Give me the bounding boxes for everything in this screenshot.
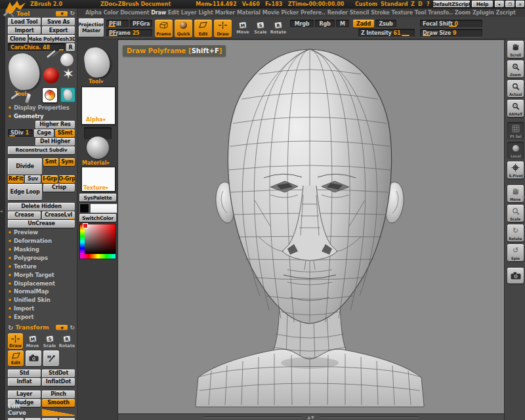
- pinch-brush-button[interactable]: Pinch: [42, 390, 75, 398]
- frame-mode-button[interactable]: Frame: [155, 20, 173, 37]
- hue-strip-vertical[interactable]: [80, 224, 85, 254]
- tray-toggle-arrows-icon[interactable]: ▲▼: [307, 415, 314, 419]
- menu-layer[interactable]: Layer: [181, 10, 197, 16]
- saturation-square[interactable]: [85, 224, 116, 254]
- current-tool-thumb[interactable]: [7, 51, 41, 92]
- sym-button[interactable]: Sym: [60, 158, 75, 166]
- scroll-button[interactable]: Scroll: [507, 41, 524, 58]
- unified-skin-section[interactable]: Unified Skin: [8, 296, 75, 304]
- import-section[interactable]: Import: [8, 304, 75, 313]
- rotate-gyro-button[interactable]: R Rotate: [270, 20, 286, 35]
- del-higher-button[interactable]: Del Higher: [35, 138, 75, 146]
- cage-button[interactable]: Cage: [34, 129, 54, 137]
- grabber-tool-thumb[interactable]: [42, 87, 58, 103]
- red-sphere-tool-thumb[interactable]: [43, 68, 59, 83]
- layer-brush-button[interactable]: Layer: [8, 390, 41, 398]
- uncrease-button[interactable]: UnCrease: [8, 220, 75, 228]
- tray-tool-flyout[interactable]: Tool▾: [89, 79, 103, 85]
- m-only-button[interactable]: M: [336, 20, 349, 28]
- menu-stencil[interactable]: Stencil: [350, 10, 369, 16]
- menu-color[interactable]: Color: [104, 10, 119, 16]
- hue-strip-horizontal[interactable]: [80, 254, 116, 259]
- suv-button[interactable]: Suv: [25, 175, 41, 183]
- rb-snapshot-button[interactable]: [507, 268, 524, 284]
- focal-shift-slider[interactable]: Focal Shift0: [420, 20, 482, 28]
- menu-texture[interactable]: Texture: [391, 10, 412, 16]
- palette-cycle-icon[interactable]: ↻: [70, 325, 75, 331]
- right-tray-handle-icon[interactable]: ◂: [522, 194, 524, 200]
- bottom-tray-divider[interactable]: ▲▼: [118, 413, 504, 420]
- sphere-tool-thumb[interactable]: [60, 53, 74, 66]
- inflatdot-brush-button[interactable]: InflatDot: [42, 378, 75, 386]
- clone-button[interactable]: Clone: [8, 35, 28, 43]
- zoom-button[interactable]: Zoom: [507, 60, 524, 77]
- ui-config-custom[interactable]: Custom: [355, 1, 377, 7]
- wireframe-head-model[interactable]: [118, 40, 504, 414]
- gradient-color-swatch[interactable]: [90, 203, 117, 213]
- save-as-button[interactable]: Save As: [42, 18, 75, 26]
- projection-master-button[interactable]: Projection Master: [79, 18, 104, 37]
- s-pivot-button[interactable]: S.Pivot: [507, 161, 524, 178]
- make-polymesh3d-button[interactable]: Make PolyMesh3D: [29, 35, 75, 43]
- import-button[interactable]: Import: [8, 26, 41, 34]
- transform-scale-button[interactable]: SScale: [42, 333, 57, 349]
- draw-size-slider[interactable]: Draw Size9: [420, 29, 482, 37]
- transform-move-button[interactable]: MMove: [25, 333, 40, 349]
- inflat-brush-button[interactable]: Inflat: [8, 378, 41, 386]
- menu-tool[interactable]: Tool: [415, 10, 426, 16]
- stddot-brush-button[interactable]: StdDot: [42, 369, 75, 377]
- color-picker[interactable]: [79, 224, 116, 259]
- masking-section[interactable]: Masking: [8, 245, 75, 254]
- current-tool-slider[interactable]: CaraChica.48: [8, 43, 65, 51]
- transform-rotate-button[interactable]: RRotate: [59, 333, 75, 349]
- edit-curve-label[interactable]: Edit Curve: [8, 403, 39, 416]
- morph-target-section[interactable]: Morph Target: [8, 270, 75, 279]
- palette-collapse-icon[interactable]: ▼: [56, 325, 68, 330]
- load-tool-button[interactable]: Load Tool: [8, 18, 41, 26]
- marker-pen-button[interactable]: M: [43, 350, 59, 366]
- tray-material-thumb[interactable]: [87, 136, 109, 159]
- menu-zscript[interactable]: Zscript: [496, 10, 516, 16]
- menu-picker[interactable]: Picker: [281, 10, 299, 16]
- selected-tool-thumb[interactable]: [60, 87, 75, 102]
- menu-render[interactable]: Render: [327, 10, 348, 16]
- polygroups-section[interactable]: Polygroups: [8, 253, 75, 262]
- cutoff-button[interactable]: [42, 418, 58, 420]
- pt-sel-button[interactable]: Pt Sel: [507, 122, 524, 139]
- geometry-section[interactable]: Geometry: [8, 112, 75, 121]
- refit-button[interactable]: ReFit: [8, 175, 24, 183]
- delete-hidden-button[interactable]: Delete Hidden: [8, 203, 75, 211]
- palette-cycle-icon[interactable]: ↻: [70, 10, 75, 16]
- menu-marker[interactable]: Marker: [215, 10, 235, 16]
- crisp-button[interactable]: Crisp: [43, 184, 75, 192]
- brush-tool-thumb[interactable]: [47, 50, 56, 58]
- smooth-brush-button[interactable]: Smooth: [42, 399, 75, 407]
- cutoff-button[interactable]: [25, 418, 41, 420]
- sdiv-slider[interactable]: SDiv1: [8, 129, 33, 137]
- window-restore-icon[interactable]: ❐: [505, 1, 514, 7]
- export-button[interactable]: Export: [42, 26, 75, 34]
- zadd-button[interactable]: Zadd: [353, 20, 374, 28]
- menu-transform[interactable]: Transfo..: [428, 10, 453, 16]
- window-minimize-icon[interactable]: ▾: [495, 1, 504, 7]
- local-button[interactable]: Local: [507, 142, 524, 159]
- menu-draw[interactable]: Draw: [151, 10, 166, 16]
- actual-size-button[interactable]: Actual: [507, 80, 524, 97]
- pfgra-button[interactable]: PFGra: [130, 20, 152, 28]
- syspalette-button[interactable]: SysPalette: [79, 194, 116, 201]
- mrgb-button[interactable]: Mrgb: [290, 20, 314, 28]
- menu-light[interactable]: Light: [198, 10, 213, 16]
- window-close-icon[interactable]: ✕: [516, 1, 524, 7]
- menu-movie[interactable]: Movie: [262, 10, 280, 16]
- ui-config-help-q[interactable]: ?: [427, 1, 430, 7]
- tray-alpha-flyout[interactable]: Alpha▾: [86, 117, 106, 123]
- menu-zoom[interactable]: Zoom: [455, 10, 471, 16]
- displacement-section[interactable]: Displacement: [8, 279, 75, 287]
- pfill-button[interactable]: PFill: [106, 20, 129, 28]
- ogrp-button[interactable]: O-Grp: [59, 175, 75, 183]
- texture-section[interactable]: Texture: [8, 262, 75, 270]
- std-brush-button[interactable]: Std: [8, 369, 41, 377]
- export-section[interactable]: Export: [8, 313, 75, 322]
- rb-move-button[interactable]: Move: [507, 185, 524, 202]
- preview-section[interactable]: Preview: [8, 228, 75, 237]
